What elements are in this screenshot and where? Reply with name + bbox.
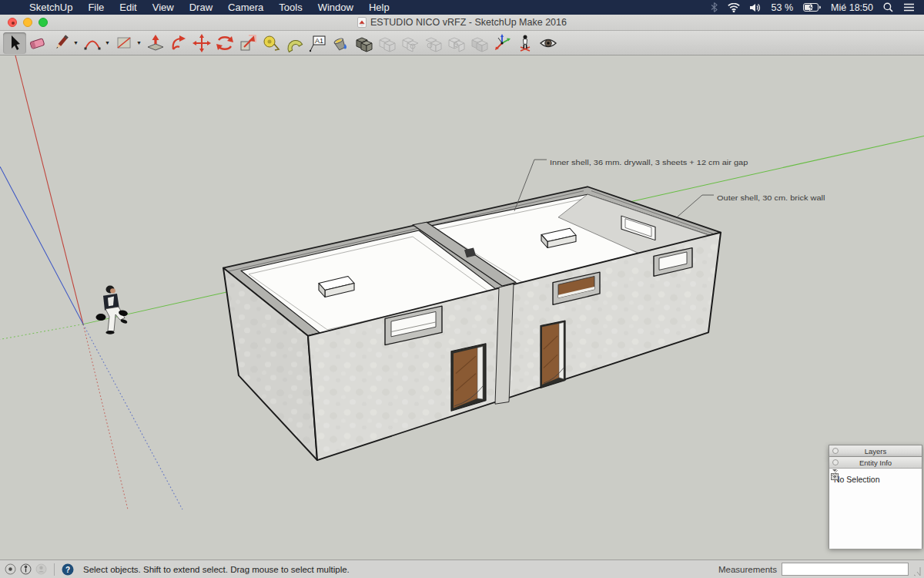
- statusbar: ? Select objects. Shift to extend select…: [0, 560, 924, 578]
- arc-tool-icon[interactable]: [81, 32, 104, 54]
- macos-menubar: SketchUpFileEditViewDrawCameraToolsWindo…: [0, 0, 924, 15]
- document-icon: [357, 17, 367, 28]
- select-tool-icon[interactable]: [3, 32, 26, 54]
- position-camera-tool-icon[interactable]: [514, 32, 537, 54]
- spotlight-search-icon[interactable]: [883, 2, 893, 12]
- split-tool-icon: [467, 32, 490, 54]
- svg-text:Inner shell, 36 mm. drywall, 3: Inner shell, 36 mm. drywall, 3 sheets + …: [550, 159, 748, 166]
- move-tool-icon[interactable]: [190, 32, 213, 54]
- blue-axis-solid: [0, 166, 83, 324]
- door-right-room[interactable]: [541, 321, 565, 388]
- menu-item[interactable]: View: [145, 0, 182, 15]
- toolbar: ▼ ▼ ▼ A1: [0, 31, 924, 55]
- subtract-tool-icon: [398, 32, 421, 54]
- entity-info-header[interactable]: Entity Info: [829, 457, 922, 469]
- battery-icon: [803, 3, 821, 12]
- bluetooth-icon[interactable]: [711, 2, 718, 12]
- menu-item[interactable]: Draw: [182, 0, 220, 15]
- look-around-tool-icon[interactable]: [537, 32, 560, 54]
- menu-item[interactable]: SketchUp: [22, 0, 80, 15]
- union-tool-icon: [375, 32, 398, 54]
- viewport-canvas[interactable]: Inner shell, 36 mm. drywall, 3 sheets + …: [0, 55, 924, 560]
- window-titlebar[interactable]: ESTUDIO NICO vRFZ - SketchUp Make 2016: [0, 15, 924, 31]
- measurements-input[interactable]: [782, 563, 909, 576]
- annotation-outer-shell[interactable]: Outer shell, 30 cm. brick wall: [677, 194, 825, 217]
- user-icon: [35, 563, 47, 575]
- panel-resize-grip[interactable]: [829, 469, 839, 478]
- menubar-clock[interactable]: Mié 18:50: [831, 2, 873, 13]
- outer-shell-tool-icon[interactable]: [352, 32, 375, 54]
- menu-item[interactable]: Help: [361, 0, 397, 15]
- window-resize-grip[interactable]: [913, 563, 921, 576]
- line-dropdown-arrow[interactable]: ▼: [72, 32, 79, 54]
- volume-icon[interactable]: [750, 3, 762, 12]
- paint-bucket-tool-icon[interactable]: [329, 32, 352, 54]
- close-button[interactable]: [8, 18, 17, 27]
- status-hint: Select objects. Shift to extend select. …: [83, 565, 350, 574]
- menu-item[interactable]: Tools: [271, 0, 310, 15]
- 3d-model-building[interactable]: [223, 187, 721, 460]
- menu-item[interactable]: File: [80, 0, 112, 15]
- window-title: ESTUDIO NICO vRFZ - SketchUp Make 2016: [370, 17, 567, 28]
- tape-measure-tool-icon[interactable]: [259, 32, 283, 54]
- menu-item[interactable]: Window: [310, 0, 361, 15]
- rectangle-dropdown-arrow[interactable]: ▼: [136, 32, 142, 54]
- zoom-button[interactable]: [38, 18, 48, 27]
- svg-text:Outer shell, 30 cm. brick wall: Outer shell, 30 cm. brick wall: [717, 194, 825, 202]
- scale-figure[interactable]: [96, 286, 129, 334]
- wifi-icon[interactable]: [728, 3, 740, 12]
- entity-info-status: No Selection: [834, 475, 880, 484]
- app-menus: SketchUpFileEditViewDrawCameraToolsWindo…: [22, 0, 397, 15]
- help-icon[interactable]: ?: [62, 563, 74, 576]
- trim-tool-icon: [421, 32, 444, 54]
- blue-axis-dotted: [83, 324, 182, 510]
- geolocation-icon[interactable]: [5, 563, 16, 575]
- measurements-label: Measurements: [718, 565, 777, 574]
- menu-item[interactable]: Edit: [112, 0, 144, 15]
- notification-center-icon[interactable]: [903, 3, 915, 12]
- eraser-tool-icon[interactable]: [26, 32, 49, 54]
- svg-text:A1: A1: [315, 37, 323, 45]
- scale-tool-icon[interactable]: [236, 32, 259, 54]
- layers-panel-title: Layers: [829, 447, 922, 455]
- minimize-button[interactable]: [23, 18, 32, 27]
- rectangle-tool-icon[interactable]: [112, 32, 136, 54]
- menu-item[interactable]: Camera: [220, 0, 271, 15]
- green-axis-dotted: [0, 324, 83, 340]
- entity-info-title: Entity Info: [829, 459, 922, 467]
- svg-text:?: ?: [65, 565, 70, 573]
- layers-panel[interactable]: Layers: [829, 445, 922, 457]
- push-pull-tool-icon[interactable]: [144, 32, 167, 54]
- layers-panel-header[interactable]: Layers: [829, 445, 922, 457]
- red-axis-dotted: [83, 324, 128, 510]
- line-tool-icon[interactable]: [49, 32, 72, 54]
- modeling-viewport[interactable]: Inner shell, 36 mm. drywall, 3 sheets + …: [0, 55, 924, 560]
- panel-collapse-icon[interactable]: [832, 459, 839, 465]
- protractor-tool-icon[interactable]: [283, 32, 306, 54]
- entity-info-panel[interactable]: Entity Info No Selection: [829, 456, 922, 549]
- follow-me-tool-icon[interactable]: [167, 32, 190, 54]
- intersect-tool-icon: [444, 32, 467, 54]
- battery-percentage: 53 %: [772, 2, 794, 13]
- door-left-room[interactable]: [451, 344, 486, 411]
- text-tool-icon[interactable]: A1: [306, 32, 329, 54]
- statusbar-divider: [54, 563, 55, 576]
- panel-collapse-icon[interactable]: [832, 448, 839, 454]
- arc-dropdown-arrow[interactable]: ▼: [104, 32, 111, 54]
- red-axis-solid: [15, 55, 83, 324]
- axes-tool-icon[interactable]: [490, 32, 514, 54]
- credits-info-icon[interactable]: [20, 563, 32, 575]
- rotate-tool-icon[interactable]: [213, 32, 236, 54]
